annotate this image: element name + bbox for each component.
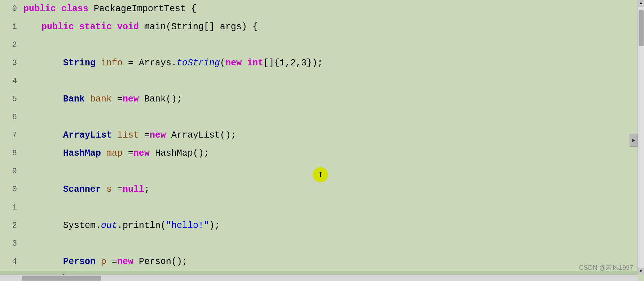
code-editor: 0 public class PackageImportTest { 1 pub… bbox=[0, 0, 644, 281]
code-line-2 bbox=[20, 36, 638, 54]
code-line-13 bbox=[20, 235, 638, 253]
line-number-13: 3 bbox=[0, 235, 20, 253]
line-number-7: 7 bbox=[0, 126, 20, 144]
line-number-5: 5 bbox=[0, 90, 20, 108]
line-number-0: 0 bbox=[0, 0, 20, 18]
code-line-6 bbox=[20, 108, 638, 126]
code-line-14: Person p = new Person(); bbox=[20, 253, 638, 271]
code-line-12: System.out.println("hello!"); bbox=[20, 217, 638, 235]
watermark: CSDN @若风1997 bbox=[579, 263, 633, 272]
line-number-9: 9 bbox=[0, 163, 20, 181]
scrollbar-down-arrow[interactable]: ▼ bbox=[638, 268, 644, 274]
code-line-4 bbox=[20, 72, 638, 90]
line-number-10: 0 bbox=[0, 181, 20, 199]
code-line-10: Scanner s = null; bbox=[20, 181, 638, 199]
bottom-scrollbar[interactable] bbox=[0, 274, 638, 281]
code-line-8: HashMap map = new HashMap(); bbox=[20, 144, 638, 163]
line-number-1: 1 bbox=[0, 18, 20, 36]
scrollbar-thumb[interactable] bbox=[639, 10, 644, 46]
code-line-1: public static void main(String[] args) { bbox=[20, 18, 638, 36]
line-number-11: 1 bbox=[0, 199, 20, 217]
line-number-14: 4 bbox=[0, 253, 20, 271]
bottom-scrollbar-thumb[interactable] bbox=[22, 276, 101, 281]
line-number-3: 3 bbox=[0, 54, 20, 72]
code-line-0: public class PackageImportTest { bbox=[20, 0, 638, 18]
line-number-6: 6 bbox=[0, 108, 20, 126]
line-number-2: 2 bbox=[0, 36, 20, 54]
code-line-7: ArrayList list = new ArrayList(); bbox=[20, 126, 638, 144]
line-number-12: 2 bbox=[0, 217, 20, 235]
scrollbar-track[interactable]: ▲ ▼ bbox=[638, 0, 644, 274]
scrollbar-up-arrow[interactable]: ▲ bbox=[638, 0, 644, 7]
line-number-4: 4 bbox=[0, 72, 20, 90]
code-line-3: String info = Arrays.toString(new int[]{… bbox=[20, 54, 638, 72]
code-line-11 bbox=[20, 199, 638, 217]
line-number-8: 8 bbox=[0, 144, 20, 163]
expand-panel-arrow[interactable]: ▶ bbox=[630, 134, 638, 147]
cursor-indicator: I bbox=[313, 167, 328, 182]
code-line-9 bbox=[20, 163, 638, 181]
code-line-5: Bank bank = new Bank(); bbox=[20, 90, 638, 108]
